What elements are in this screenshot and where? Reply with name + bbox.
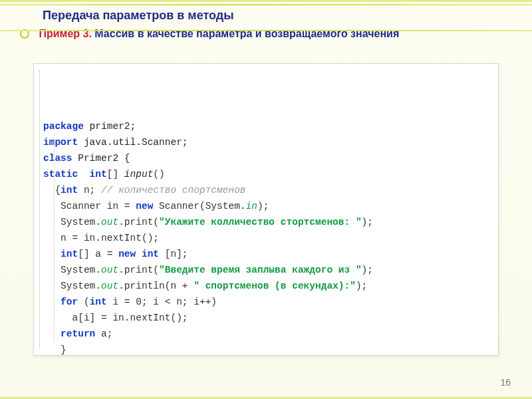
code-type: int xyxy=(61,249,78,259)
code-text: .print( xyxy=(118,217,159,227)
code-text: ); xyxy=(257,201,269,211)
code-text: ); xyxy=(362,265,373,275)
code-type: int xyxy=(136,249,159,259)
code-kw: return xyxy=(61,329,95,339)
code-member: out xyxy=(101,281,118,291)
code-text: System. xyxy=(43,281,101,291)
code-string: "Введите время заплыва каждого из " xyxy=(159,265,362,275)
code-kw: package xyxy=(43,121,84,132)
slide-subtitle: Пример 3. Массив в качестве параметра и … xyxy=(0,23,532,40)
page-number: 16 xyxy=(500,377,511,388)
code-text: [n]; xyxy=(159,249,188,259)
code-text: i = 0; i < n; i++) xyxy=(107,297,217,307)
slide: Передача параметров в методы Пример 3. М… xyxy=(0,0,532,399)
code-method-name: input xyxy=(124,169,154,180)
code-text: .print( xyxy=(118,265,159,275)
code-type: int xyxy=(90,297,107,307)
code-kw: import xyxy=(43,137,78,148)
code-text: [] a = xyxy=(78,249,118,259)
gutter-line xyxy=(39,70,41,348)
code-type: int xyxy=(61,185,78,196)
code-text: n = in.nextInt(); xyxy=(43,233,159,243)
code-kw: new xyxy=(118,249,136,259)
code-kw: static xyxy=(43,169,78,180)
code-comment: // количество спортсменов xyxy=(101,185,246,196)
code-string: "Укажите колличество стортсменов: " xyxy=(159,217,362,227)
code-kw: for xyxy=(61,297,78,307)
code-text: () xyxy=(153,169,164,180)
code-text: primer2; xyxy=(84,121,136,132)
code-text: [] xyxy=(107,169,124,180)
code-text xyxy=(43,249,61,259)
example-text: Массив в качестве параметра и возвращаем… xyxy=(94,28,399,39)
code-member: in xyxy=(246,201,257,211)
code-text: ( xyxy=(78,297,89,307)
bullet-icon xyxy=(20,29,29,39)
code-text: n; xyxy=(78,185,101,196)
code-text: Scanner in = xyxy=(43,201,136,211)
code-text: } xyxy=(43,344,66,355)
code-text: ); xyxy=(362,217,373,227)
code-kw: new xyxy=(136,201,153,211)
code-string: " спортсменов (в секундах):" xyxy=(194,281,356,291)
code-text xyxy=(43,329,61,339)
code-text: a[i] = in.nextInt(); xyxy=(43,313,188,323)
code-kw: class xyxy=(43,153,72,164)
example-label: Пример 3. xyxy=(39,28,91,39)
code-text: .println(n + xyxy=(118,281,194,291)
code-block: package primer2; import java.util.Scanne… xyxy=(33,63,499,356)
code-text: Scanner(System. xyxy=(153,201,245,211)
code-member: out xyxy=(101,217,118,227)
code-member: out xyxy=(101,265,118,275)
slide-title: Передача параметров в методы xyxy=(0,2,532,23)
code-text: ); xyxy=(356,281,367,291)
gutter-line-inner xyxy=(54,134,56,342)
code-text: java.util.Scanner; xyxy=(78,137,188,148)
code-text: System. xyxy=(43,265,101,275)
code-text: Primer2 { xyxy=(72,153,130,164)
code-text xyxy=(43,297,61,307)
code-text: System. xyxy=(43,217,101,227)
code-type: int xyxy=(78,169,107,180)
code-text: a; xyxy=(95,329,112,339)
code-text: { xyxy=(43,185,61,196)
